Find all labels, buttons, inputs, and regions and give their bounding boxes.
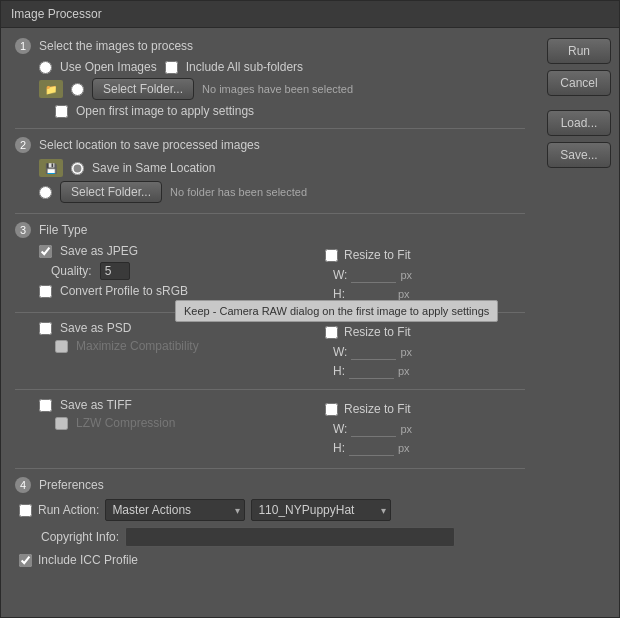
include-subfolders-checkbox[interactable] [165, 61, 178, 74]
select-folder-button-1[interactable]: Select Folder... [92, 78, 194, 100]
psd-h-input[interactable] [349, 362, 394, 379]
psd-h-row: H: px [325, 362, 525, 379]
section-1-num: 1 [15, 38, 31, 54]
resize-psd-label: Resize to Fit [344, 325, 411, 339]
tiff-left: Save as TIFF LZW Compression [15, 398, 325, 434]
lwz-label: LZW Compression [76, 416, 175, 430]
select-save-folder-radio[interactable] [39, 186, 52, 199]
run-action-label: Run Action: [38, 503, 99, 517]
section-1-label: Select the images to process [39, 39, 193, 53]
section-2-label: Select location to save processed images [39, 138, 260, 152]
run-action-checkbox[interactable] [19, 504, 32, 517]
icc-label: Include ICC Profile [38, 553, 138, 567]
resize-psd-checkbox[interactable] [325, 326, 338, 339]
lwz-row: LZW Compression [15, 416, 325, 430]
psd-w-input[interactable] [351, 343, 396, 360]
save-same-row: 💾 Save in Same Location [15, 159, 525, 177]
master-actions-dropdown[interactable]: Master Actions [105, 499, 245, 521]
main-window: Image Processor 1 Select the images to p… [0, 0, 620, 618]
quality-row: Quality: [15, 262, 325, 280]
run-button[interactable]: Run [547, 38, 611, 64]
main-panel: 1 Select the images to process Use Open … [1, 28, 539, 617]
use-open-images-label: Use Open Images [60, 60, 157, 74]
psd-block: Save as PSD Maximize Compatibility Resiz… [15, 321, 525, 381]
run-action-row: Run Action: Master Actions 110_NYPuppyHa… [15, 499, 525, 521]
section-3-label: File Type [39, 223, 87, 237]
jpeg-block: Save as JPEG Quality: Convert Profile to… [15, 244, 525, 304]
open-images-row: Use Open Images Include All sub-folders [15, 60, 525, 74]
psd-h-label: H: [333, 364, 345, 378]
section-3: 3 File Type Save as JPEG Quality: [15, 222, 525, 458]
tiff-w-input[interactable] [351, 420, 396, 437]
jpeg-h-label: H: [333, 287, 345, 301]
use-open-images-radio[interactable] [39, 61, 52, 74]
open-first-image-checkbox[interactable] [55, 105, 68, 118]
quality-label: Quality: [51, 264, 92, 278]
resize-jpeg-row: Resize to Fit [325, 246, 525, 262]
no-folder-text: No folder has been selected [170, 186, 307, 198]
save-button[interactable]: Save... [547, 142, 611, 168]
section-4: 4 Preferences Run Action: Master Actions… [15, 477, 525, 567]
save-same-label: Save in Same Location [92, 161, 215, 175]
tiff-w-label: W: [333, 422, 347, 436]
copyright-input[interactable] [125, 527, 455, 547]
tiff-w-row: W: px [325, 420, 525, 437]
save-folder-icon: 💾 [39, 159, 63, 177]
lwz-checkbox[interactable] [55, 417, 68, 430]
tiff-block: Save as TIFF LZW Compression Resize to F… [15, 398, 525, 458]
convert-profile-row: Convert Profile to sRGB [15, 284, 325, 298]
resize-tiff-checkbox[interactable] [325, 403, 338, 416]
jpeg-h-input[interactable] [349, 285, 394, 302]
resize-jpeg-checkbox[interactable] [325, 249, 338, 262]
jpeg-px2: px [398, 288, 410, 300]
resize-jpeg-label: Resize to Fit [344, 248, 411, 262]
open-first-image-label: Open first image to apply settings [76, 104, 254, 118]
psd-w-row: W: px [325, 343, 525, 360]
select-folder-radio[interactable] [71, 83, 84, 96]
include-subfolders-label: Include All sub-folders [186, 60, 303, 74]
folder-icon: 📁 [39, 80, 63, 98]
section-4-label: Preferences [39, 478, 104, 492]
save-tiff-label: Save as TIFF [60, 398, 132, 412]
psd-left: Save as PSD Maximize Compatibility [15, 321, 325, 357]
jpeg-px1: px [400, 269, 412, 281]
tiff-px5: px [400, 423, 412, 435]
section-1-header: 1 Select the images to process [15, 38, 525, 54]
resize-tiff-label: Resize to Fit [344, 402, 411, 416]
save-jpeg-row: Save as JPEG [15, 244, 325, 258]
jpeg-right: Resize to Fit W: px H: px [325, 244, 525, 304]
psd-px3: px [400, 346, 412, 358]
maximize-compat-checkbox[interactable] [55, 340, 68, 353]
section-2-header: 2 Select location to save processed imag… [15, 137, 525, 153]
section-3-header: 3 File Type [15, 222, 525, 238]
quality-input[interactable] [100, 262, 130, 280]
copyright-row: Copyright Info: [15, 527, 525, 547]
tiff-h-input[interactable] [349, 439, 394, 456]
convert-profile-checkbox[interactable] [39, 285, 52, 298]
jpeg-left: Save as JPEG Quality: Convert Profile to… [15, 244, 325, 302]
icc-row: Include ICC Profile [15, 553, 525, 567]
save-jpeg-checkbox[interactable] [39, 245, 52, 258]
section-4-header: 4 Preferences [15, 477, 525, 493]
open-first-image-row: Open first image to apply settings [15, 104, 525, 118]
action2-dropdown[interactable]: 110_NYPuppyHat [251, 499, 391, 521]
load-button[interactable]: Load... [547, 110, 611, 136]
resize-psd-row: Resize to Fit [325, 323, 525, 339]
convert-profile-label: Convert Profile to sRGB [60, 284, 188, 298]
save-psd-checkbox[interactable] [39, 322, 52, 335]
section-3-num: 3 [15, 222, 31, 238]
cancel-button[interactable]: Cancel [547, 70, 611, 96]
tiff-h-row: H: px [325, 439, 525, 456]
jpeg-w-input[interactable] [351, 266, 396, 283]
tiff-h-label: H: [333, 441, 345, 455]
maximize-compat-row: Maximize Compatibility [15, 339, 325, 353]
icc-checkbox[interactable] [19, 554, 32, 567]
tiff-px6: px [398, 442, 410, 454]
psd-w-label: W: [333, 345, 347, 359]
window-title: Image Processor [11, 7, 102, 21]
save-same-radio[interactable] [71, 162, 84, 175]
title-bar: Image Processor [1, 1, 619, 28]
save-tiff-checkbox[interactable] [39, 399, 52, 412]
side-buttons: Run Cancel Load... Save... [539, 28, 619, 617]
select-folder-button-2[interactable]: Select Folder... [60, 181, 162, 203]
